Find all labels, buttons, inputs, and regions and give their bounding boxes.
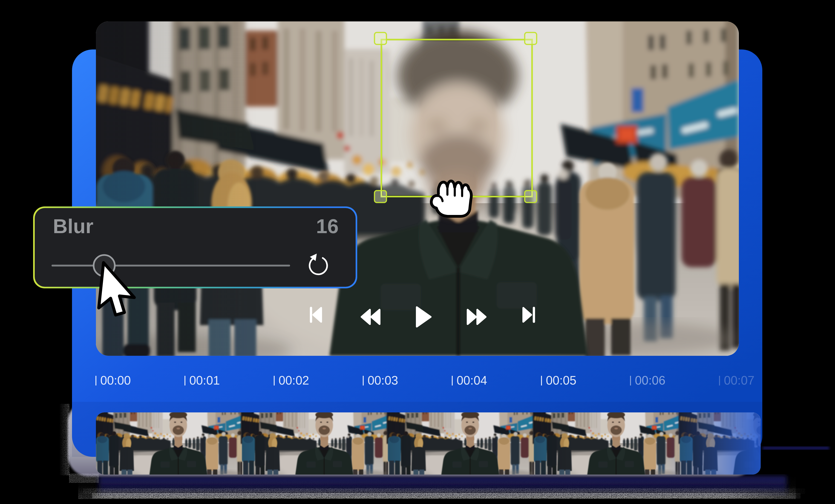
- svg-text:00:07: 00:07: [724, 374, 754, 387]
- svg-text:00:05: 00:05: [546, 374, 576, 387]
- svg-text:00:01: 00:01: [189, 374, 220, 387]
- svg-text:16: 16: [316, 215, 339, 238]
- svg-text:00:06: 00:06: [635, 374, 666, 387]
- svg-text:Blur: Blur: [53, 215, 94, 238]
- svg-text:00:04: 00:04: [456, 374, 487, 387]
- svg-text:00:03: 00:03: [368, 374, 398, 387]
- svg-text:00:00: 00:00: [100, 374, 131, 387]
- svg-text:00:02: 00:02: [279, 374, 309, 387]
